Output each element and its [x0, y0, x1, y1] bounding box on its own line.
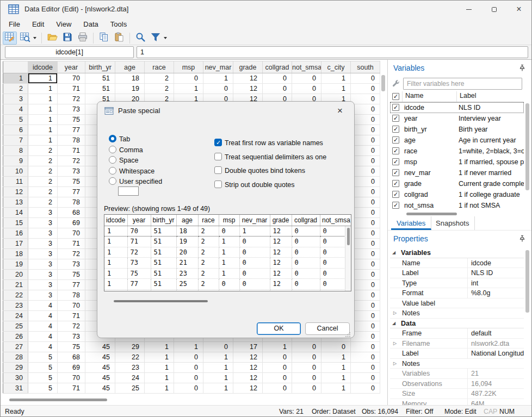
variable-checkbox[interactable]: [392, 115, 399, 122]
variable-row-age[interactable]: ageAge in current year: [390, 135, 524, 146]
column-header-idcode[interactable]: idcode: [28, 61, 58, 73]
open-button[interactable]: [45, 32, 59, 45]
menu-file[interactable]: File: [3, 18, 26, 31]
grid-cell[interactable]: 78: [58, 135, 85, 146]
data-browse-dropdown-caret[interactable]: [33, 37, 36, 39]
property-value[interactable]: nlswork2.dta: [467, 339, 524, 349]
grid-cell[interactable]: 70: [58, 73, 85, 84]
row-header[interactable]: 20: [3, 270, 28, 280]
grid-cell[interactable]: 5: [28, 383, 58, 394]
row-header[interactable]: 5: [3, 115, 28, 125]
row-header[interactable]: 29: [3, 363, 28, 373]
grid-cell[interactable]: 0: [351, 146, 380, 156]
grid-cell[interactable]: 19: [115, 84, 145, 94]
grid-cell[interactable]: 75: [58, 270, 85, 280]
row-expander-icon[interactable]: ▷: [393, 308, 400, 319]
row-header[interactable]: 17: [3, 239, 28, 249]
grid-cell[interactable]: 0: [174, 383, 203, 394]
grid-cell[interactable]: 1: [203, 373, 233, 383]
tab-snapshots[interactable]: Snapshots: [430, 216, 475, 230]
property-value[interactable]: National Longitudin: [467, 348, 524, 359]
grid-cell[interactable]: 70: [58, 301, 85, 311]
grid-cell[interactable]: 45: [85, 352, 115, 363]
grid-cell[interactable]: 1: [174, 84, 203, 94]
grid-cell[interactable]: 69: [58, 363, 85, 373]
grid-cell[interactable]: 0: [351, 332, 380, 342]
grid-cell[interactable]: 2: [28, 166, 58, 177]
row-header[interactable]: 12: [3, 187, 28, 197]
row-header[interactable]: 4: [3, 104, 28, 115]
grid-cell[interactable]: 71: [58, 239, 85, 249]
grid-cell[interactable]: 77: [58, 187, 85, 197]
grid-cell[interactable]: 1: [203, 383, 233, 394]
property-value[interactable]: NLS ID: [467, 268, 524, 278]
find-button[interactable]: [133, 32, 147, 45]
property-value[interactable]: 21: [467, 369, 524, 379]
grid-cell[interactable]: 0: [351, 373, 380, 383]
grid-cell[interactable]: 0: [351, 187, 380, 197]
property-value[interactable]: default: [467, 328, 524, 339]
grid-cell[interactable]: 2: [28, 177, 58, 187]
grid-cell[interactable]: 12: [233, 352, 263, 363]
variable-checkbox[interactable]: [392, 180, 399, 187]
option-checkbox-1[interactable]: [214, 153, 222, 160]
grid-cell[interactable]: 5: [28, 352, 58, 363]
variable-checkbox[interactable]: [392, 191, 399, 198]
grid-cell[interactable]: 0: [292, 363, 321, 373]
row-header[interactable]: 7: [3, 135, 28, 146]
row-header[interactable]: 9: [3, 156, 28, 166]
properties-vertical-scrollbar[interactable]: [525, 250, 529, 313]
grid-cell[interactable]: 24: [115, 373, 145, 383]
grid-cell[interactable]: 2: [28, 146, 58, 156]
row-header[interactable]: 27: [3, 342, 28, 352]
properties-section-data[interactable]: ◢Data: [390, 319, 524, 329]
row-header[interactable]: 31: [3, 383, 28, 394]
grid-cell[interactable]: 1: [28, 115, 58, 125]
grid-cell[interactable]: 1: [321, 352, 351, 363]
property-value[interactable]: int: [467, 278, 524, 289]
grid-cell[interactable]: 0: [292, 342, 321, 352]
grid-cell[interactable]: 1: [28, 94, 58, 104]
row-header[interactable]: 22: [3, 290, 28, 301]
grid-cell[interactable]: 0: [351, 239, 380, 249]
option-checkbox-3[interactable]: [214, 181, 222, 188]
grid-cell[interactable]: 4: [28, 321, 58, 332]
grid-cell[interactable]: 68: [58, 208, 85, 218]
grid-cell[interactable]: 78: [58, 290, 85, 301]
grid-cell[interactable]: 2: [28, 156, 58, 166]
menu-view[interactable]: View: [50, 18, 77, 31]
data-editor-edit-button[interactable]: [3, 32, 17, 45]
property-value[interactable]: 16,094: [467, 379, 524, 389]
variable-row-nev_mar[interactable]: nev_mar1 if never married: [390, 167, 524, 178]
row-header[interactable]: 19: [3, 259, 28, 270]
grid-cell[interactable]: 1: [321, 73, 351, 84]
grid-cell[interactable]: 3: [28, 270, 58, 280]
grid-cell[interactable]: 1: [28, 104, 58, 115]
grid-cell[interactable]: 3: [28, 208, 58, 218]
grid-cell[interactable]: 1: [263, 342, 292, 352]
row-header[interactable]: 1: [3, 73, 28, 84]
print-button[interactable]: [76, 32, 90, 45]
properties-section-variables[interactable]: ◢Variables: [390, 248, 524, 258]
grid-cell[interactable]: 12: [233, 84, 263, 94]
column-header-grade[interactable]: grade: [233, 61, 263, 73]
grid-cell[interactable]: 45: [85, 363, 115, 373]
menu-edit[interactable]: Edit: [26, 18, 50, 31]
row-expander-icon[interactable]: ▷: [393, 359, 400, 369]
grid-cell[interactable]: 0: [351, 104, 380, 115]
variable-row-race[interactable]: race1=white, 2=black, 3=ot: [390, 146, 524, 157]
grid-cell[interactable]: 0: [351, 156, 380, 166]
grid-cell[interactable]: 0: [292, 373, 321, 383]
grid-cell[interactable]: 0: [292, 84, 321, 94]
grid-cell[interactable]: 0: [321, 342, 351, 352]
grid-corner[interactable]: [3, 61, 28, 73]
grid-cell[interactable]: 70: [58, 228, 85, 239]
grid-cell[interactable]: 0: [351, 73, 380, 84]
grid-cell[interactable]: 4: [28, 342, 58, 352]
row-header[interactable]: 2: [3, 84, 28, 94]
label-column-header[interactable]: Label: [460, 92, 477, 99]
section-expander-icon[interactable]: ◢: [392, 248, 399, 258]
grid-cell[interactable]: 0: [174, 373, 203, 383]
row-header[interactable]: 13: [3, 197, 28, 208]
delimiter-radio-comma[interactable]: [109, 146, 116, 153]
